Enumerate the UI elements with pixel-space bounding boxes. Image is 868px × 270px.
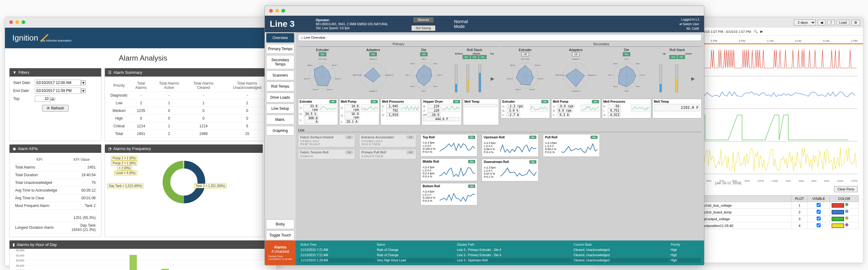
close-icon[interactable] [9,20,13,24]
on-toggle[interactable]: On [468,184,475,188]
card-title: Alarm KPIs [18,146,38,151]
slider[interactable] [467,65,469,92]
filters-card: ▼Filters Start Date:▾ End Date:▾ Top:▴▾ … [9,68,101,141]
svg-text:Elbow: Elbow [510,64,516,66]
svg-text:Adapter 1: Adapter 1 [572,58,580,60]
visible-checkbox[interactable] [817,210,820,214]
close-icon[interactable] [269,9,273,12]
slider[interactable] [478,65,481,92]
header-bar: Line 3 Operator: MO-09910-001, 9641, 2.5… [265,16,704,32]
top-input[interactable] [35,96,50,102]
slider[interactable] [659,65,662,92]
nav-secondary-temps[interactable]: Secondary Temps [266,55,294,69]
minimize-icon[interactable] [275,9,279,12]
on-toggle[interactable]: On [529,160,536,163]
svg-text:Die 7: Die 7 [406,74,410,76]
on-toggle[interactable]: On [371,100,378,103]
slider[interactable] [676,65,678,92]
meter-extruder: ExtruderOnA:-2.3 rpmS:3.0 %L:-2.7 A [501,99,550,118]
on-toggle[interactable]: Off [345,136,353,139]
chart-label: Tank 2 = 1,251 (50%) [194,184,226,188]
login-info: Logged In:L3 ⇄ Switch User WI: CAIR [679,17,699,31]
on-toggle[interactable]: On [529,136,536,139]
svg-text:Adapter 3: Adapter 3 [369,90,377,92]
color-picker-icon[interactable] [845,223,848,226]
stepper-icon[interactable]: ▴▾ [50,97,55,101]
on-toggle[interactable]: Off [407,136,414,139]
play-icon[interactable]: ▶ [491,76,494,82]
bar [129,255,137,270]
range-select[interactable]: 2 days [794,19,816,26]
on-toggle[interactable]: Off [407,151,414,154]
meter-melt-pump: Melt PumpOnA:-0.0 rpmS:9.9 rpmL:0.3 A [551,99,600,118]
on-toggle[interactable]: On [591,136,598,139]
export-icon[interactable]: ⤴ [828,20,835,25]
alarm-analysis-window: Ignition by inductive automation Alarm A… [5,17,281,266]
radar-roll-stack: Roll StackUpDownOnOn▶ [653,48,702,97]
list-icon: ☰ [108,70,112,75]
nav-drive-loads[interactable]: Drive Loads [266,93,294,102]
alarm-table[interactable]: Active TimeNameDisplay PathCurrent State… [298,242,702,263]
color-picker-icon[interactable] [845,203,848,206]
maximize-icon[interactable] [281,9,285,12]
svg-text:Melt Pump: Melt Pump [353,74,362,76]
on-toggle[interactable]: On [330,100,337,103]
on-toggle[interactable]: On [468,136,475,139]
roll-pull-roll: Pull RollOnA:2.3 fpm L:2.3 AS:99.0 % P:0… [543,134,600,157]
nav-scanners[interactable]: Scanners [266,70,294,80]
manned-pill[interactable]: Manned [413,17,433,23]
nav-line-setup[interactable]: Line Setup [266,103,294,114]
svg-text:Zone 2: Zone 2 [538,78,544,80]
color-picker-icon[interactable] [845,216,848,219]
brand-bar: Ignition by inductive automation [5,28,281,48]
nav-overview[interactable]: Overview [266,33,294,43]
svg-text:Die 2: Die 2 [433,63,438,65]
hour-card: ▮Alarms by Hour of Day 40,00035,00030,00… [9,240,277,270]
on-toggle[interactable]: On [541,100,549,103]
settings-icon[interactable]: ⚙ [851,20,860,26]
clear-pens-button[interactable]: Clear Pens [834,186,858,192]
svg-text:Elbow: Elbow [308,64,313,66]
nav-toggle-touch[interactable]: Toggle Touch [266,230,294,240]
on-toggle[interactable]: Off [345,151,353,154]
minimize-icon[interactable] [16,20,19,24]
load-button[interactable]: Load [837,20,849,25]
nav-maint-[interactable]: Maint. [266,115,294,124]
bar [161,269,169,270]
alarm-flag[interactable]: Alarms 4 Unacked Current Time:11/13/2015… [265,240,296,265]
on-toggle[interactable]: On [453,100,460,103]
switch-user-link[interactable]: ⇄ Switch User [679,22,699,26]
nav-roll-temps[interactable]: Roll Temps [266,82,294,91]
card-title: Alarms by Frequency [113,146,151,151]
meter-hopper-dryer: Hopper DryerOnS220A220DP-10.9444.6 F [422,99,462,125]
svg-point-0 [40,40,42,42]
nav-primary-temps[interactable]: Primary Temps [266,44,294,54]
saving-pill[interactable]: Not Saving [411,25,436,31]
end-date-input[interactable] [35,88,81,94]
start-date-label: Start Date: [13,81,35,85]
line3-window: Line 3 Operator: MO-09910-001, 9641, 2.5… [265,5,704,265]
chart-icon: ◔ [108,146,111,151]
refresh-button[interactable]: ⟳Refresh [42,105,69,112]
visible-checkbox[interactable] [817,223,820,227]
start-date-input[interactable] [35,80,81,86]
svg-text:Zone 4: Zone 4 [312,89,318,90]
visible-checkbox[interactable] [817,203,820,207]
color-picker-icon[interactable] [845,210,848,213]
svg-text:Zone 3: Zone 3 [529,89,535,90]
dropdown-icon[interactable]: ▾ [81,88,86,93]
play-icon[interactable]: ▶ [691,76,695,82]
on-toggle[interactable]: On [592,100,599,103]
nav-bixby[interactable]: Bixby [266,219,294,229]
prev-button[interactable]: ◀ [817,20,826,26]
visible-checkbox[interactable] [817,216,820,220]
page-title: Alarm Analysis [5,48,281,68]
range-text: 6/13/16 1:07 PM - 6/15/16 1:07 PM [698,30,751,33]
on-toggle[interactable]: On [468,160,475,163]
maximize-icon[interactable] [22,20,25,24]
home-icon[interactable]: ⌂ [301,36,303,39]
dropdown-icon[interactable]: ▾ [81,80,86,85]
nav-graphing[interactable]: Graphing [266,126,294,136]
search-icon[interactable]: 🔍 [753,30,758,33]
slider[interactable] [455,65,457,92]
